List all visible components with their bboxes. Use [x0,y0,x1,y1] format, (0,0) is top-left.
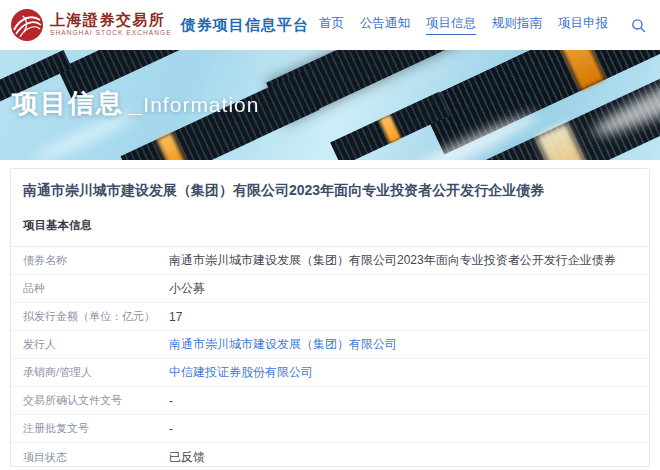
row-value: 南通市崇川城市建设发展（集团）有限公司2023年面向专业投资者公开发行企业债券 [169,252,616,269]
banner-title-cn: 项目信息 [12,88,124,118]
row-value: 已反馈 [169,449,205,466]
brand: 上海證券交易所 SHANGHAI STOCK EXCHANGE 债券项目信息平台 [10,8,309,42]
row-label: 项目状态 [23,450,169,465]
search-icon[interactable] [630,17,646,33]
top-header: 上海證券交易所 SHANGHAI STOCK EXCHANGE 债券项目信息平台… [0,0,660,50]
nav-item-5[interactable]: 项目申报 [558,15,608,35]
logo-text: 上海證券交易所 SHANGHAI STOCK EXCHANGE [50,13,172,37]
nav-item-1[interactable]: 首页 [319,15,344,35]
page-title: 南通市崇川城市建设发展（集团）有限公司2023年面向专业投资者公开发行企业债券 [11,169,649,212]
main-nav: 首页公告通知项目信息规则指南项目申报 [319,15,646,35]
banner-title-en: Information [143,93,259,116]
project-info-card: 南通市崇川城市建设发展（集团）有限公司2023年面向专业投资者公开发行企业债券 … [10,168,650,467]
org-name-cn: 上海證券交易所 [50,13,172,28]
info-table: 债券名称南通市崇川城市建设发展（集团）有限公司2023年面向专业投资者公开发行企… [11,246,649,467]
nav-item-4[interactable]: 规则指南 [492,15,542,35]
nav-item-3[interactable]: 项目信息 [426,15,476,35]
row-value: - [169,422,173,436]
page-banner: 项目信息_Information [0,50,660,160]
row-label: 拟发行金额（单位：亿元） [23,309,169,324]
table-row: 拟发行金额（单位：亿元）17 [11,303,649,331]
row-label: 承销商/管理人 [23,365,169,380]
row-value-link[interactable]: 南通市崇川城市建设发展（集团）有限公司 [169,336,397,353]
row-label: 债券名称 [23,253,169,268]
table-row: 品种小公募 [11,275,649,303]
sse-logo-icon [10,8,44,42]
row-label: 品种 [23,281,169,296]
section-title-basic-info: 项目基本信息 [11,212,649,246]
org-name-en: SHANGHAI STOCK EXCHANGE [50,30,172,37]
row-value: 小公募 [169,280,205,297]
banner-title-separator: _ [128,90,141,117]
row-label: 交易所确认文件文号 [23,393,169,408]
table-row: 承销商/管理人中信建投证券股份有限公司 [11,359,649,387]
table-row: 项目状态已反馈 [11,443,649,467]
row-value: 17 [169,310,182,324]
row-value-link[interactable]: 中信建投证券股份有限公司 [169,364,313,381]
table-row: 发行人南通市崇川城市建设发展（集团）有限公司 [11,331,649,359]
row-value: - [169,394,173,408]
table-row: 注册批复文号- [11,415,649,443]
row-label: 发行人 [23,337,169,352]
banner-title: 项目信息_Information [12,86,259,121]
nav-item-2[interactable]: 公告通知 [360,15,410,35]
table-row: 债券名称南通市崇川城市建设发展（集团）有限公司2023年面向专业投资者公开发行企… [11,247,649,275]
platform-title: 债券项目信息平台 [181,16,309,35]
row-label: 注册批复文号 [23,421,169,436]
table-row: 交易所确认文件文号- [11,387,649,415]
